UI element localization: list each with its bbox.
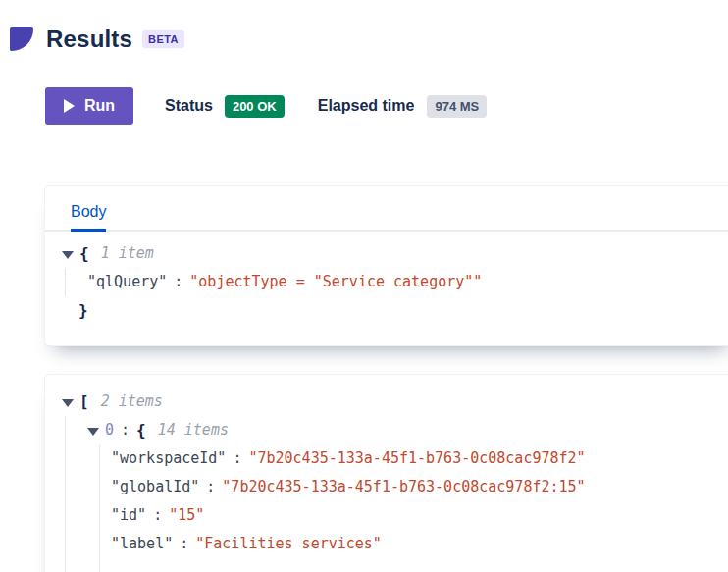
json-value: "7b20c435-133a-45f1-b763-0c08cac978f2" [248,444,585,473]
array-index: 0 [105,416,114,444]
elapsed-time-badge: 974 MS [427,95,487,118]
run-button-label: Run [84,97,115,115]
item-count: 1 item [101,239,154,268]
elapsed-time-label: Elapsed time [318,97,415,115]
open-brace: { [136,416,146,444]
result-json-viewer: [ 2 items 0 : { 14 items "workspaceId" :… [45,375,728,558]
indent-guide [65,416,66,572]
json-key: "globalId" [111,473,199,501]
json-key: "id" [111,501,146,530]
collapse-icon[interactable] [62,399,74,407]
json-row: "workspaceId" : "7b20c435-133a-45f1-b763… [45,444,728,473]
body-json-viewer: { 1 item "qlQuery" : "objectType = "Serv… [45,232,728,325]
json-row: "label" : "Facilities services" [45,530,728,558]
json-row: "qlQuery" : "objectType = "Service categ… [45,268,728,296]
page-header: Results BETA [10,26,184,53]
collapse-icon[interactable] [87,428,99,436]
json-colon: : [233,444,241,473]
collapse-icon[interactable] [62,251,74,259]
json-value: "15" [169,501,204,530]
json-colon: : [153,501,162,530]
json-close-line: } [45,296,728,325]
tab-body[interactable]: Body [71,203,106,232]
play-icon [64,99,75,113]
status-badge: 200 OK [225,95,285,118]
open-brace: { [79,239,89,268]
json-value: "Facilities services" [195,530,382,558]
json-row: "globalId" : "7b20c435-133a-45f1-b763-0c… [45,473,728,501]
json-key: "qlQuery" [87,268,167,296]
json-value: "objectType = "Service category"" [189,268,482,296]
json-key: "label" [111,530,173,558]
json-value: "7b20c435-133a-45f1-b763-0c08cac978f2:15… [222,473,585,501]
app-logo-icon [10,27,33,51]
json-row: "id" : "15" [45,501,728,530]
json-colon: : [180,530,188,558]
json-root-line: [ 2 items [45,388,728,416]
json-array-item-line: 0 : { 14 items [45,416,728,444]
json-colon: : [206,473,215,501]
response-body-card: Body { 1 item "qlQuery" : "objectType = … [45,186,728,345]
indent-guide [99,444,100,572]
run-button[interactable]: Run [45,87,133,125]
indent-guide [65,268,66,296]
item-count: 14 items [158,416,229,444]
json-key: "workspaceId" [111,444,226,473]
tab-bar: Body [45,186,728,232]
status-label: Status [165,97,213,115]
page-title: Results [46,26,132,53]
json-colon: : [121,416,130,444]
item-count: 2 items [101,388,163,416]
json-colon: : [174,268,182,296]
close-brace: } [78,296,88,325]
response-data-card: [ 2 items 0 : { 14 items "workspaceId" :… [45,375,728,572]
beta-badge: BETA [142,30,184,48]
json-root-line: { 1 item [45,239,728,268]
open-bracket: [ [79,388,89,416]
toolbar: Run Status 200 OK Elapsed time 974 MS [45,87,487,125]
